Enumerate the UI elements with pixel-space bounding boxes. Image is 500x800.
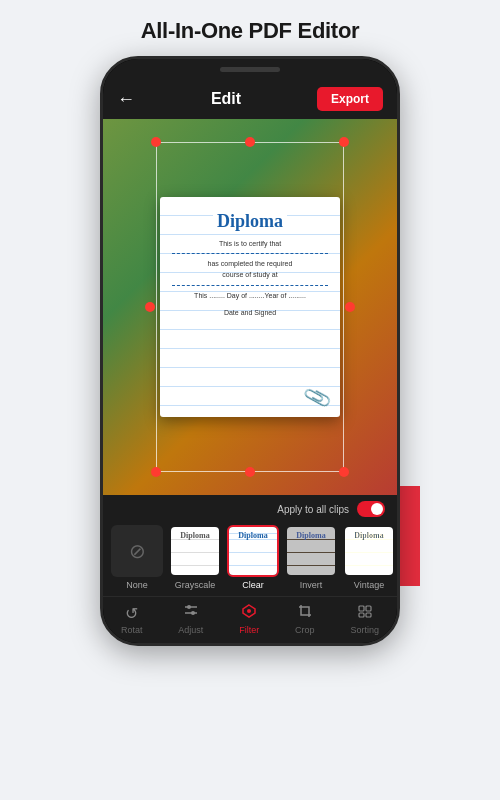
diploma-date-text: This ........ Day of ........Year of ...… — [172, 290, 328, 301]
filter-preview-vintage: Diploma — [345, 527, 393, 575]
svg-rect-8 — [366, 613, 371, 617]
svg-rect-6 — [366, 606, 371, 611]
crop-icon — [297, 603, 313, 623]
phone-mockup: ← Edit Export Diploma This is to certify… — [100, 56, 400, 646]
bottom-toolbar: ↺ Rotat Adjust — [103, 596, 397, 643]
filter-preview-invert: Diploma — [287, 527, 335, 575]
sorting-icon — [357, 603, 373, 623]
filter-preview-clear: Diploma — [229, 527, 277, 575]
sorting-label: Sorting — [350, 625, 379, 635]
filter-label-clear: Clear — [242, 580, 264, 590]
crop-handle-top-left[interactable] — [151, 137, 161, 147]
canvas-area: Diploma This is to certify that has comp… — [103, 119, 397, 495]
toggle-knob — [371, 503, 383, 515]
rotate-icon: ↺ — [125, 604, 138, 623]
filter-thumb-invert: Diploma — [285, 525, 337, 577]
crop-handle-middle-left[interactable] — [145, 302, 155, 312]
filter-label-grayscale: Grayscale — [175, 580, 216, 590]
clip-decoration: 📎 — [302, 381, 334, 412]
diploma-signed-text: Date and Signed — [172, 307, 328, 318]
filter-thumb-none: ⊘ — [111, 525, 163, 577]
tool-adjust[interactable]: Adjust — [178, 603, 203, 635]
filter-item-grayscale[interactable]: Diploma Grayscale — [169, 525, 221, 590]
crop-handle-middle-top[interactable] — [245, 137, 255, 147]
svg-point-4 — [247, 609, 251, 613]
filter-item-invert[interactable]: Diploma Invert — [285, 525, 337, 590]
tool-rotate[interactable]: ↺ Rotat — [121, 604, 143, 635]
svg-rect-5 — [359, 606, 364, 611]
svg-point-1 — [187, 605, 191, 609]
filter-icon — [241, 603, 257, 623]
diploma-completed-text: has completed the required course of stu… — [172, 258, 328, 280]
filter-thumb-vintage: Diploma — [343, 525, 395, 577]
tool-filter[interactable]: Filter — [239, 603, 259, 635]
crop-handle-top-right[interactable] — [339, 137, 349, 147]
export-button[interactable]: Export — [317, 87, 383, 111]
back-button[interactable]: ← — [117, 89, 135, 110]
filter-label-vintage: Vintage — [354, 580, 384, 590]
phone-screen: ← Edit Export Diploma This is to certify… — [103, 59, 397, 643]
apply-toggle[interactable] — [357, 501, 385, 517]
adjust-label: Adjust — [178, 625, 203, 635]
svg-point-3 — [191, 611, 195, 615]
crop-handle-bottom-right[interactable] — [339, 467, 349, 477]
filter-item-vintage[interactable]: Diploma Vintage — [343, 525, 395, 590]
diploma-title: Diploma — [213, 211, 287, 232]
diploma-line-2 — [172, 285, 328, 286]
filter-label: Filter — [239, 625, 259, 635]
crop-handle-bottom-left[interactable] — [151, 467, 161, 477]
apply-row: Apply to all clips — [103, 495, 397, 521]
crop-handle-middle-right[interactable] — [345, 302, 355, 312]
diploma-document: Diploma This is to certify that has comp… — [160, 197, 340, 417]
svg-rect-7 — [359, 613, 364, 617]
phone-notch — [220, 67, 280, 72]
diploma-line-1 — [172, 253, 328, 254]
filter-label-none: None — [126, 580, 148, 590]
filter-thumb-clear: Diploma — [227, 525, 279, 577]
screen-title: Edit — [211, 90, 241, 108]
crop-handle-middle-bottom[interactable] — [245, 467, 255, 477]
filter-item-clear[interactable]: Diploma Clear — [227, 525, 279, 590]
filters-list: ⊘ None Diploma Grayscale — [103, 521, 397, 596]
filter-label-invert: Invert — [300, 580, 323, 590]
adjust-icon — [183, 603, 199, 623]
crop-label: Crop — [295, 625, 315, 635]
tool-crop[interactable]: Crop — [295, 603, 315, 635]
filter-preview-grayscale: Diploma — [171, 527, 219, 575]
phone-body: ← Edit Export Diploma This is to certify… — [100, 56, 400, 646]
bottom-section: Apply to all clips ⊘ None — [103, 495, 397, 643]
filter-thumb-grayscale: Diploma — [169, 525, 221, 577]
diploma-certify-text: This is to certify that — [172, 238, 328, 249]
rotate-label: Rotat — [121, 625, 143, 635]
apply-label: Apply to all clips — [277, 504, 349, 515]
tool-sorting[interactable]: Sorting — [350, 603, 379, 635]
page-title: All-In-One PDF Editor — [141, 0, 360, 56]
filter-item-none[interactable]: ⊘ None — [111, 525, 163, 590]
